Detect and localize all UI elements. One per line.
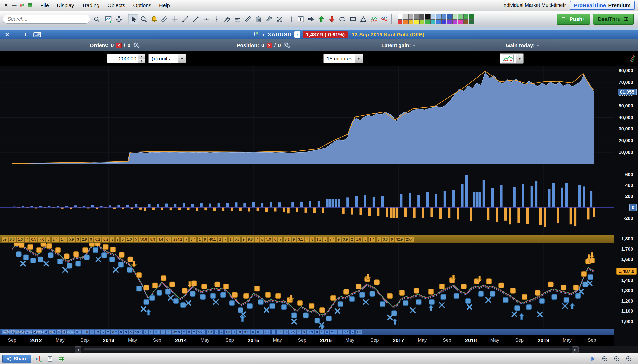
triangle-tool-icon[interactable] — [358, 14, 369, 24]
arrow-down-icon[interactable] — [327, 14, 337, 24]
report-icon[interactable] — [46, 354, 54, 363]
zoom-tool-icon[interactable] — [138, 14, 149, 24]
menu-help[interactable]: Help — [155, 0, 174, 11]
quantity-up-icon[interactable]: ▲ — [138, 54, 145, 58]
scroll-left-icon[interactable]: ◄ — [75, 346, 81, 353]
table-view-icon[interactable] — [57, 354, 66, 363]
chart-type-dropdown-icon[interactable]: ▼ — [516, 53, 524, 64]
color-swatch[interactable] — [452, 14, 457, 19]
zoom-in-icon[interactable] — [624, 354, 633, 363]
pan-right-icon[interactable] — [589, 354, 597, 363]
text-tool-icon[interactable] — [295, 14, 306, 24]
color-swatch[interactable] — [409, 20, 414, 24]
alert-bell-icon[interactable] — [149, 14, 159, 24]
window-restore-icon[interactable] — [24, 31, 31, 38]
ellipse-tool-icon[interactable] — [337, 14, 348, 24]
horizontal-line-icon[interactable] — [201, 14, 212, 24]
zigzag-up-icon[interactable] — [369, 14, 379, 24]
units-select[interactable]: (x) units ▼ — [148, 54, 186, 63]
color-swatch[interactable] — [409, 14, 414, 19]
color-swatch[interactable] — [414, 14, 419, 19]
pnl-histogram-panel[interactable] — [0, 167, 614, 235]
position-settings-icon[interactable] — [283, 41, 290, 50]
units-dropdown-icon[interactable]: ▼ — [178, 54, 186, 63]
color-swatch[interactable] — [463, 20, 468, 24]
menu-file[interactable]: File — [36, 0, 53, 11]
color-swatch[interactable] — [447, 14, 452, 19]
symbol-name[interactable]: XAUUSD — [268, 31, 291, 38]
zoom-horizontal-icon[interactable] — [601, 354, 609, 363]
window-minimize-icon[interactable]: — — [14, 31, 21, 38]
menu-display[interactable]: Display — [53, 0, 78, 11]
rectangle-tool-icon[interactable] — [348, 14, 358, 24]
push-button[interactable]: Push+ — [556, 14, 590, 25]
scrollbar-track[interactable] — [83, 348, 571, 351]
tools-icon[interactable] — [264, 14, 274, 24]
color-swatch[interactable] — [441, 14, 446, 19]
search-icon[interactable] — [92, 14, 102, 24]
color-swatch[interactable] — [425, 14, 430, 19]
equity-panel[interactable] — [0, 66, 614, 167]
color-swatch[interactable] — [414, 20, 419, 24]
anchor-link-icon[interactable] — [114, 14, 124, 24]
symbol-dropdown-icon[interactable]: ▼ — [262, 32, 265, 36]
color-swatch[interactable] — [419, 20, 424, 24]
color-swatch[interactable] — [436, 20, 441, 24]
menu-objects[interactable]: Objects — [103, 0, 129, 11]
vertical-line-icon[interactable] — [212, 14, 222, 24]
color-swatch[interactable] — [430, 20, 435, 24]
trendline-icon[interactable] — [180, 14, 191, 24]
ruler-icon[interactable] — [159, 14, 170, 24]
fibonacci-icon[interactable] — [232, 14, 243, 24]
chart-type-icon[interactable] — [500, 53, 516, 64]
cancel-orders-icon[interactable]: ✕ — [116, 42, 122, 48]
search-input[interactable] — [3, 15, 90, 24]
chart-type-button[interactable]: ▼ — [500, 53, 524, 64]
color-swatch[interactable] — [398, 20, 403, 24]
crosshair-icon[interactable] — [170, 14, 180, 24]
color-swatch[interactable] — [447, 20, 452, 24]
quantity-input[interactable]: 200000 ▲ ▼ — [107, 54, 145, 63]
new-chart-icon[interactable] — [103, 14, 114, 24]
color-swatch[interactable] — [458, 20, 463, 24]
color-swatch[interactable] — [463, 14, 468, 19]
zigzag-down-icon[interactable] — [379, 14, 390, 24]
color-swatch[interactable] — [403, 14, 408, 19]
horizontal-scrollbar[interactable]: ◄ ► — [0, 346, 638, 353]
timeframe-dropdown-icon[interactable]: ▼ — [355, 54, 363, 63]
price-axis[interactable]: 80,00070,00060,00050,00040,00030,00020,0… — [614, 66, 638, 346]
color-swatch[interactable] — [436, 14, 441, 19]
chart-area[interactable]: 598.61.370.57.052.41.45.932.996.20.23s51… — [0, 66, 638, 346]
close-position-icon[interactable]: ✕ — [267, 42, 272, 48]
menu-options[interactable]: Options — [129, 0, 155, 11]
channel-icon[interactable] — [243, 14, 253, 24]
color-swatch[interactable] — [469, 20, 474, 24]
scroll-right-icon[interactable]: ► — [572, 346, 579, 353]
color-swatch[interactable] — [403, 20, 408, 24]
workspace-window-icon[interactable] — [27, 2, 34, 9]
parallel-lines-icon[interactable] — [285, 14, 295, 24]
quantity-down-icon[interactable]: ▼ — [138, 58, 145, 63]
color-swatch[interactable] — [441, 20, 446, 24]
pitchfork-icon[interactable] — [222, 14, 232, 24]
timeframe-select[interactable]: 15 minutes ▼ — [324, 54, 363, 63]
price-panel[interactable] — [0, 235, 614, 335]
color-swatch[interactable] — [430, 14, 435, 19]
minimize-icon[interactable]: — — [11, 2, 18, 9]
cursor-icon[interactable] — [128, 14, 138, 24]
scrollbar-thumb[interactable] — [84, 349, 569, 350]
move-arrows-icon[interactable] — [274, 14, 285, 24]
share-button[interactable]: Share — [3, 354, 32, 363]
arrow-right-icon[interactable] — [306, 14, 316, 24]
close-icon[interactable]: ✕ — [3, 2, 10, 9]
quantity-stepper[interactable]: ▲ ▼ — [138, 54, 145, 63]
menu-trading[interactable]: Trading — [78, 0, 103, 11]
color-swatch[interactable] — [419, 14, 424, 19]
color-swatch[interactable] — [425, 20, 430, 24]
candlestick-window-icon[interactable] — [19, 2, 26, 9]
dealthru-button[interactable]: DealThru — [593, 14, 633, 25]
window-close-icon[interactable]: ✕ — [4, 31, 11, 38]
positions-panel-icon[interactable] — [34, 354, 43, 363]
zoom-out-icon[interactable] — [612, 354, 621, 363]
instrument-info-icon[interactable]: i — [294, 31, 300, 38]
